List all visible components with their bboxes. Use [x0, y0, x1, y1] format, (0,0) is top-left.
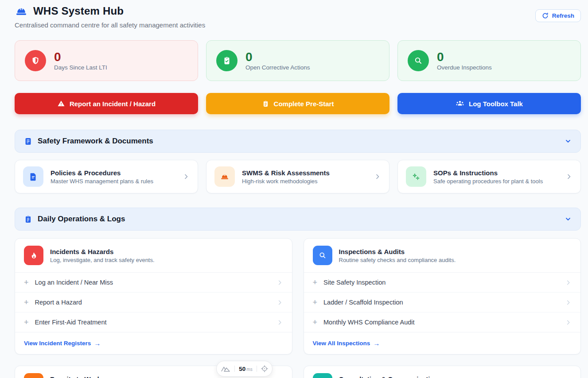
plus-icon: + [24, 278, 29, 286]
log-toolbox-talk-button[interactable]: Log Toolbox Talk [397, 93, 581, 114]
section-safety-framework[interactable]: Safety Framework & Documents [15, 130, 581, 153]
op-card-subtitle: Log, investigate, and track safety event… [50, 257, 155, 263]
search-icon [313, 246, 332, 265]
flame-icon [24, 246, 43, 265]
chevron-right-icon [565, 299, 572, 306]
users-icon [456, 99, 464, 108]
list-item-label: Log an Incident / Near Miss [35, 279, 113, 286]
clipboard-list-icon [24, 215, 32, 224]
divider [257, 366, 257, 372]
chevron-right-icon [276, 279, 283, 286]
button-label: Complete Pre-Start [274, 100, 334, 108]
operations-row: Incidents & Hazards Log, investigate, an… [15, 238, 581, 355]
list-item-log-incident[interactable]: + Log an Incident / Near Miss [15, 273, 292, 293]
chevron-down-icon[interactable] [565, 138, 572, 145]
card-swms-risk-assessments[interactable]: SWMS & Risk Assessments High-risk work m… [206, 160, 389, 193]
stat-card-overdue-inspections: 0 Overdue Inspections [397, 40, 581, 81]
stat-label: Days Since Last LTI [54, 64, 107, 71]
book-icon [24, 137, 32, 146]
op-card-title: Permits to Work [50, 375, 142, 378]
op-card-title: Incidents & Hazards [50, 248, 155, 255]
clipboard-icon [262, 100, 269, 108]
hard-hat-logo-icon [15, 4, 28, 18]
card-inspections-audits: Inspections & Audits Routine safety chec… [304, 238, 581, 355]
mountains-logo-icon [221, 365, 230, 372]
refresh-label: Refresh [552, 12, 574, 19]
chevron-right-icon [565, 173, 572, 180]
list-item-monthly-whs-audit[interactable]: + Monthly WHS Compliance Audit [304, 312, 581, 332]
stat-label: Open Corrective Actions [245, 64, 310, 71]
chevron-right-icon [276, 319, 283, 326]
card-sops-instructions[interactable]: SOPs & Instructions Safe operating proce… [397, 160, 581, 193]
plus-icon: + [24, 298, 29, 306]
stat-value: 0 [437, 50, 492, 63]
arrow-right-icon: → [373, 339, 380, 347]
doc-card-subtitle: Safe operating procedures for plant & to… [433, 178, 543, 185]
hard-hat-icon [214, 166, 235, 187]
view-all-inspections-link[interactable]: View All Inspections → [313, 339, 380, 347]
page-title: WHS System Hub [33, 5, 124, 17]
stat-label: Overdue Inspections [437, 64, 492, 71]
list-item-label: Report a Hazard [35, 299, 82, 306]
doc-card-text: SWMS & Risk Assessments High-risk work m… [242, 169, 330, 185]
section-daily-operations[interactable]: Daily Operations & Logs [15, 208, 581, 231]
chevron-right-icon [276, 299, 283, 306]
list-item-report-hazard[interactable]: + Report a Hazard [15, 293, 292, 312]
report-incident-button[interactable]: Report an Incident / Hazard [15, 93, 198, 114]
op-card-title: Consultation & Communication [339, 375, 456, 378]
gears-icon [406, 166, 426, 187]
list-item-label: Monthly WHS Compliance Audit [323, 319, 415, 326]
doc-card-title: SWMS & Risk Assessments [242, 169, 330, 177]
complete-pre-start-button[interactable]: Complete Pre-Start [206, 93, 389, 114]
stat-value: 0 [245, 50, 310, 63]
card-incidents-hazards: Incidents & Hazards Log, investigate, an… [15, 238, 292, 355]
card-consultation-communication: Consultation & Communication Toolbox tal… [304, 366, 581, 378]
button-label: Log Toolbox Talk [469, 100, 523, 108]
op-card-footer: View All Inspections → [304, 332, 581, 354]
stat-content: 0 Days Since Last LTI [54, 50, 107, 71]
crosshair-icon[interactable] [261, 365, 268, 372]
op-card-header: Consultation & Communication Toolbox tal… [304, 366, 581, 378]
doc-card-text: SOPs & Instructions Safe operating proce… [433, 169, 543, 185]
permit-pen-icon [24, 373, 43, 378]
refresh-button[interactable]: Refresh [535, 9, 581, 22]
document-cards-row: Policies & Procedures Master WHS managem… [15, 160, 581, 193]
op-card-heading: Permits to Work Authorisations for high-… [50, 375, 142, 378]
op-card-title: Inspections & Audits [339, 248, 456, 255]
refresh-icon [542, 12, 549, 19]
list-item-ladder-scaffold-inspection[interactable]: + Ladder / Scaffold Inspection [304, 293, 581, 312]
link-label: View All Inspections [313, 340, 370, 347]
chevron-right-icon [565, 279, 572, 286]
plus-icon: + [313, 298, 318, 306]
view-incident-registers-link[interactable]: View Incident Registers → [24, 339, 101, 347]
stat-value: 0 [54, 50, 107, 63]
list-item-site-safety-inspection[interactable]: + Site Safety Inspection [304, 273, 581, 293]
doc-card-subtitle: High-risk work methodologies [242, 178, 330, 185]
card-policies-procedures[interactable]: Policies & Procedures Master WHS managem… [15, 160, 198, 193]
search-icon [408, 50, 429, 71]
list-item-label: Ladder / Scaffold Inspection [323, 299, 403, 306]
button-label: Report an Incident / Hazard [70, 100, 156, 108]
page-subtitle: Centralised command centre for all safet… [15, 21, 205, 29]
page-header: WHS System Hub Centralised command centr… [15, 4, 581, 29]
doc-card-text: Policies & Procedures Master WHS managem… [51, 169, 153, 185]
chevron-down-icon[interactable] [565, 216, 572, 223]
plus-icon: + [313, 318, 318, 326]
doc-card-subtitle: Master WHS management plans & rules [51, 178, 153, 185]
chevron-right-icon [183, 173, 190, 180]
performance-overlay-pill[interactable]: 50ms [216, 361, 273, 377]
list-item-label: Site Safety Inspection [323, 279, 386, 286]
whs-dashboard-page: WHS System Hub Centralised command centr… [0, 0, 588, 378]
header-left: WHS System Hub Centralised command centr… [15, 4, 205, 29]
quick-actions-row: Report an Incident / Hazard Complete Pre… [15, 93, 581, 114]
list-item-first-aid[interactable]: + Enter First-Aid Treatment [15, 312, 292, 332]
op-card-footer: View Incident Registers → [15, 332, 292, 354]
document-icon [23, 166, 43, 187]
arrow-right-icon: → [94, 339, 101, 347]
doc-card-title: Policies & Procedures [51, 169, 153, 177]
section-title: Daily Operations & Logs [38, 215, 125, 224]
op-card-heading: Incidents & Hazards Log, investigate, an… [50, 248, 155, 263]
op-card-heading: Inspections & Audits Routine safety chec… [339, 248, 456, 263]
divider [234, 366, 235, 372]
op-card-header: Inspections & Audits Routine safety chec… [304, 239, 581, 273]
